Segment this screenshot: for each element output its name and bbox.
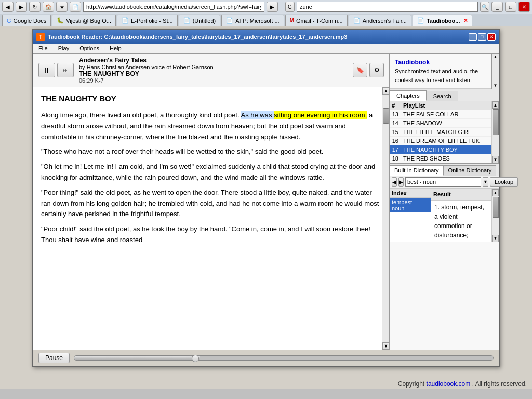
right-info-scrollbar[interactable]: ▲ ▼ (491, 54, 499, 89)
playlist-container: # PlayList 13 THE FALSE COLLAR 14 THE SH… (390, 101, 499, 163)
app-menubar: File Play Options Help (33, 44, 499, 54)
refresh-button[interactable]: ↻ (29, 2, 41, 12)
menu-play[interactable]: Play (56, 45, 71, 52)
dict-next-button[interactable]: ▶ (398, 177, 404, 187)
playlist-row-15[interactable]: 15 THE LITTLE MATCH GIRL (390, 128, 491, 137)
menu-file[interactable]: File (36, 45, 50, 52)
next-button[interactable]: ⏭ (57, 63, 74, 77)
highlight-yellow: sitting one evening in his room, (274, 111, 367, 119)
tab-afp[interactable]: 📄 AFP: Microsoft ... (221, 15, 284, 26)
book-text-container: THE NAUGHTY BOY Along time ago, there li… (33, 87, 389, 350)
bottom-controls: Pause (33, 350, 499, 366)
minimize-app-button[interactable]: _ (469, 33, 477, 41)
dict-prev-button[interactable]: ◀ (392, 177, 397, 187)
dict-tabs: Built-in Dictionary Online Dictionary (390, 164, 499, 176)
playlist-row-18[interactable]: 18 THE RED SHOES (390, 154, 491, 163)
footer-link[interactable]: taudiobook.com (427, 380, 471, 388)
close-browser-button[interactable]: ✕ (518, 2, 530, 12)
tab-eportfolio[interactable]: 📄 E-Portfolio - St... (117, 15, 178, 26)
playlist-scroll-down[interactable]: ▼ (492, 156, 499, 163)
right-panel: Taudiobook Synchronized text and audio, … (390, 54, 499, 350)
scroll-up-arrow[interactable]: ▲ (382, 87, 389, 95)
book-time: 06:29 K-7 (79, 77, 348, 84)
app-titlebar: T Taudiobook Reader: C:\taudiobook\ander… (33, 30, 499, 44)
tab-andersens[interactable]: 📄 Andersen's Fair... (349, 15, 411, 26)
col-num: # (390, 101, 401, 110)
tab-search[interactable]: Search (427, 91, 458, 101)
dict-index: Index tempest - noun (390, 189, 431, 242)
taudio-info: Taudiobook Synchronized text and audio, … (390, 54, 491, 89)
dict-search-input[interactable] (405, 177, 481, 187)
book-author: by Hans Christian Andersen voice of Robe… (79, 64, 348, 70)
dict-index-item[interactable]: tempest - noun (390, 198, 431, 212)
tab-gmail[interactable]: M Gmail - T-Com n... (285, 15, 348, 26)
book-header: ⏸ ⏭ Andersen's Fairy Tales by Hans Chris… (33, 54, 389, 87)
go-button[interactable]: ▶ (267, 2, 278, 12)
page-button[interactable]: 📄 (70, 2, 81, 12)
col-title: PlayList (401, 101, 491, 110)
search-go-button[interactable]: 🔍 (480, 2, 489, 12)
settings-button[interactable]: ⚙ (369, 63, 384, 77)
tab-vijesti[interactable]: 🐛 Vijesti @ Bug O... (52, 15, 116, 26)
progress-bar[interactable] (74, 355, 494, 361)
chapter-title: THE NAUGHTY BOY (41, 92, 381, 105)
address-bar[interactable] (83, 2, 264, 12)
google-docs-icon: G (7, 18, 11, 24)
maximize-button[interactable]: □ (505, 2, 516, 12)
dict-scroll-thumb[interactable] (493, 197, 499, 218)
close-app-button[interactable]: ✕ (487, 33, 496, 41)
menu-options[interactable]: Options (77, 45, 101, 52)
page-icon-3: 📄 (226, 17, 233, 24)
dict-dropdown-button[interactable]: ▼ (483, 177, 488, 187)
scrollbar-thumb[interactable] (383, 108, 389, 124)
dict-result-scrollbar[interactable]: ▲ ▼ (491, 189, 499, 242)
pause-button[interactable]: Pause (38, 353, 70, 363)
chapter-tabs: Chapters Search (390, 89, 499, 101)
menu-help[interactable]: Help (108, 45, 124, 52)
tab-builtin-dict[interactable]: Built-in Dictionary (390, 165, 444, 176)
playlist-header: # PlayList (390, 101, 491, 110)
paragraph-2: "Those who have not a roof over their he… (41, 147, 381, 157)
playlist-row-17[interactable]: 17 THE NAUGHTY BOY (390, 145, 491, 154)
playlist-row-13[interactable]: 13 THE FALSE COLLAR (390, 110, 491, 119)
bug-icon: 🐛 (57, 17, 64, 24)
right-scroll-down[interactable]: ▼ (494, 82, 498, 89)
dict-result-text: 1. storm, tempest, a violent commotion o… (434, 204, 484, 239)
progress-thumb[interactable] (192, 355, 199, 362)
dict-toolbar: ◀ ▶ ▼ Lookup (390, 176, 499, 189)
book-chapter: THE NAUGHTY BOY (79, 70, 348, 77)
tab-untitled[interactable]: 📄 (Untitled) (179, 15, 221, 26)
taudio-link[interactable]: Taudiobook (395, 59, 430, 66)
playlist-row-16[interactable]: 16 THE DREAM OF LITTLE TUK (390, 137, 491, 145)
lookup-button[interactable]: Lookup (490, 177, 518, 187)
stop-button[interactable]: ⏸ (38, 63, 55, 77)
right-scroll-up[interactable]: ▲ (494, 54, 498, 60)
forward-button[interactable]: ▶ (16, 2, 27, 12)
tab-chapters[interactable]: Chapters (390, 90, 427, 101)
app-title: Taudiobook Reader: C:\taudiobook\anderse… (48, 34, 469, 40)
tab-google-docs[interactable]: G Google Docs (2, 15, 51, 26)
dict-results: Index tempest - noun Result 1. storm, te… (390, 189, 499, 242)
minimize-button[interactable]: _ (491, 2, 503, 12)
book-scrollbar[interactable]: ▲ ▼ (382, 87, 389, 350)
paragraph-4: "Poor thing!" said the old poet, as he w… (41, 188, 381, 220)
scroll-down-arrow[interactable]: ▼ (382, 342, 389, 350)
playlist-scroll-thumb[interactable] (493, 109, 499, 135)
app-icon: T (36, 33, 45, 41)
search-input[interactable] (297, 2, 478, 12)
bookmark-add-button[interactable]: 🔖 (353, 63, 367, 77)
page-icon-5: 📄 (417, 17, 424, 24)
dict-scroll-up[interactable]: ▲ (492, 189, 499, 196)
home-button[interactable]: 🏠 (43, 2, 54, 12)
playlist-row-14[interactable]: 14 THE SHADOW (390, 119, 491, 128)
playlist-scrollbar[interactable]: ▲ ▼ (491, 101, 499, 163)
bookmark-button[interactable]: ★ (56, 2, 68, 12)
footer-copyright: Copyright (398, 380, 424, 388)
tab-taudiobook[interactable]: 📄 Taudioboo... ✕ (413, 15, 473, 26)
playlist-scroll-up[interactable]: ▲ (492, 101, 499, 109)
maximize-app-button[interactable]: □ (478, 33, 486, 41)
tab-online-dict[interactable]: Online Dictionary (444, 165, 497, 176)
dict-scroll-down[interactable]: ▼ (492, 235, 499, 242)
close-tab-button[interactable]: ✕ (463, 18, 468, 23)
back-button[interactable]: ◀ (2, 2, 14, 12)
